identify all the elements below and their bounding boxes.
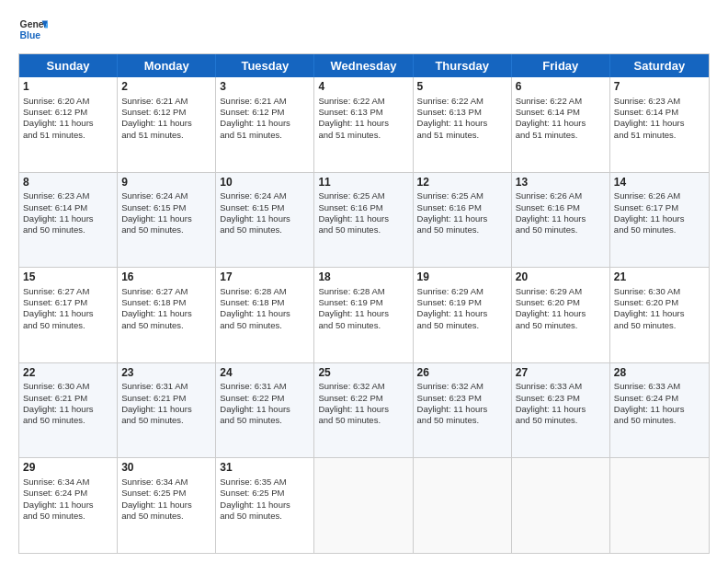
day-info-line: Daylight: 11 hours — [220, 404, 310, 415]
calendar-row-3: 22Sunrise: 6:30 AMSunset: 6:21 PMDayligh… — [19, 362, 709, 458]
calendar-row-0: 1Sunrise: 6:20 AMSunset: 6:12 PMDaylight… — [19, 77, 709, 172]
day-info-line: Sunrise: 6:24 AM — [220, 190, 310, 201]
day-number: 4 — [318, 80, 408, 95]
day-cell-5: 5Sunrise: 6:22 AMSunset: 6:13 PMDaylight… — [414, 77, 512, 172]
calendar-row-2: 15Sunrise: 6:27 AMSunset: 6:17 PMDayligh… — [19, 267, 709, 362]
day-info-line: Sunset: 6:20 PM — [614, 297, 705, 308]
day-info-line: Daylight: 11 hours — [516, 118, 606, 129]
day-cell-28: 28Sunrise: 6:33 AMSunset: 6:24 PMDayligh… — [610, 363, 709, 458]
day-info-line: Daylight: 11 hours — [318, 308, 408, 319]
day-info-line: Daylight: 11 hours — [318, 118, 408, 129]
day-number: 11 — [318, 176, 408, 190]
day-number: 25 — [318, 366, 408, 381]
day-info-line: and 50 minutes. — [220, 320, 310, 331]
day-info-line: and 50 minutes. — [220, 415, 310, 426]
day-info-line: and 51 minutes. — [121, 130, 211, 141]
day-info-line: Daylight: 11 hours — [417, 404, 507, 415]
day-info-line: and 51 minutes. — [220, 130, 310, 141]
day-info-line: Daylight: 11 hours — [121, 118, 211, 129]
day-info-line: Sunset: 6:18 PM — [220, 297, 310, 308]
day-info-line: Sunrise: 6:34 AM — [23, 477, 113, 488]
day-info-line: and 50 minutes. — [516, 320, 606, 331]
day-info-line: and 50 minutes. — [417, 224, 507, 236]
day-cell-17: 17Sunrise: 6:28 AMSunset: 6:18 PMDayligh… — [216, 268, 314, 362]
weekday-header-thursday: Thursday — [414, 54, 512, 77]
day-number: 7 — [614, 80, 705, 95]
day-number: 6 — [516, 80, 606, 95]
day-info-line: Sunset: 6:12 PM — [23, 107, 113, 118]
day-number: 16 — [121, 270, 211, 285]
day-info-line: Daylight: 11 hours — [220, 118, 310, 129]
day-info-line: Sunset: 6:14 PM — [516, 107, 606, 118]
day-number: 21 — [614, 270, 705, 285]
day-info-line: Sunset: 6:20 PM — [516, 297, 606, 308]
day-info-line: Sunrise: 6:23 AM — [23, 190, 113, 201]
day-cell-29: 29Sunrise: 6:34 AMSunset: 6:24 PMDayligh… — [19, 458, 118, 553]
day-info-line: and 50 minutes. — [23, 415, 113, 426]
day-info-line: and 50 minutes. — [516, 224, 606, 236]
day-info-line: and 50 minutes. — [318, 320, 408, 331]
day-info-line: Sunrise: 6:33 AM — [516, 381, 606, 392]
day-info-line: Daylight: 11 hours — [121, 404, 211, 415]
day-info-line: Sunset: 6:18 PM — [121, 297, 211, 308]
day-number: 9 — [121, 176, 211, 190]
day-cell-2: 2Sunrise: 6:21 AMSunset: 6:12 PMDaylight… — [118, 77, 216, 172]
day-info-line: Sunrise: 6:28 AM — [318, 286, 408, 297]
day-cell-23: 23Sunrise: 6:31 AMSunset: 6:21 PMDayligh… — [118, 363, 216, 458]
day-info-line: Daylight: 11 hours — [23, 404, 113, 415]
day-info-line: and 50 minutes. — [121, 320, 211, 331]
day-info-line: and 50 minutes. — [417, 320, 507, 331]
day-cell-empty-4-3 — [314, 458, 413, 553]
day-info-line: and 50 minutes. — [23, 320, 113, 331]
day-info-line: Sunrise: 6:25 AM — [318, 190, 408, 201]
day-info-line: and 51 minutes. — [23, 130, 113, 141]
day-cell-empty-4-6 — [610, 458, 709, 553]
day-info-line: Sunrise: 6:26 AM — [614, 190, 705, 201]
day-info-line: Sunset: 6:13 PM — [318, 107, 408, 118]
logo: General Blue — [18, 15, 48, 44]
day-number: 29 — [23, 461, 113, 476]
day-cell-10: 10Sunrise: 6:24 AMSunset: 6:15 PMDayligh… — [216, 173, 314, 268]
day-info-line: Sunset: 6:15 PM — [121, 202, 211, 213]
day-number: 12 — [417, 176, 507, 190]
day-info-line: and 50 minutes. — [220, 224, 310, 236]
day-info-line: Daylight: 11 hours — [614, 213, 705, 224]
day-info-line: Sunrise: 6:34 AM — [121, 477, 211, 488]
day-cell-8: 8Sunrise: 6:23 AMSunset: 6:14 PMDaylight… — [19, 173, 118, 268]
day-info-line: Sunrise: 6:32 AM — [318, 381, 408, 392]
day-info-line: Sunrise: 6:29 AM — [516, 286, 606, 297]
day-info-line: Daylight: 11 hours — [220, 308, 310, 319]
logo-icon: General Blue — [18, 15, 48, 44]
day-number: 31 — [220, 461, 310, 476]
day-info-line: Sunset: 6:17 PM — [23, 297, 113, 308]
day-info-line: Daylight: 11 hours — [417, 213, 507, 224]
day-number: 27 — [516, 366, 606, 381]
day-info-line: Sunset: 6:25 PM — [121, 488, 211, 499]
day-number: 8 — [23, 176, 113, 190]
day-info-line: Sunset: 6:12 PM — [121, 107, 211, 118]
day-cell-26: 26Sunrise: 6:32 AMSunset: 6:23 PMDayligh… — [414, 363, 512, 458]
day-info-line: Sunrise: 6:28 AM — [220, 286, 310, 297]
day-info-line: Sunset: 6:19 PM — [318, 297, 408, 308]
day-info-line: Sunrise: 6:32 AM — [417, 381, 507, 392]
day-info-line: Daylight: 11 hours — [614, 118, 705, 129]
day-info-line: Daylight: 11 hours — [23, 213, 113, 224]
day-number: 13 — [516, 176, 606, 190]
day-info-line: Sunrise: 6:23 AM — [614, 96, 705, 107]
day-number: 17 — [220, 270, 310, 285]
day-number: 2 — [121, 80, 211, 95]
day-info-line: Sunrise: 6:20 AM — [23, 96, 113, 107]
day-info-line: Sunset: 6:25 PM — [220, 488, 310, 499]
day-info-line: Sunrise: 6:26 AM — [516, 190, 606, 201]
day-info-line: and 50 minutes. — [23, 511, 113, 522]
day-info-line: Sunset: 6:14 PM — [23, 202, 113, 213]
day-info-line: Sunrise: 6:31 AM — [121, 381, 211, 392]
day-info-line: and 51 minutes. — [417, 130, 507, 141]
header: General Blue — [18, 15, 710, 44]
day-number: 26 — [417, 366, 507, 381]
day-cell-19: 19Sunrise: 6:29 AMSunset: 6:19 PMDayligh… — [414, 268, 512, 362]
day-info-line: Daylight: 11 hours — [220, 213, 310, 224]
day-info-line: Daylight: 11 hours — [121, 213, 211, 224]
day-info-line: and 50 minutes. — [121, 415, 211, 426]
page: General Blue SundayMondayTuesdayWednesda… — [0, 0, 728, 563]
